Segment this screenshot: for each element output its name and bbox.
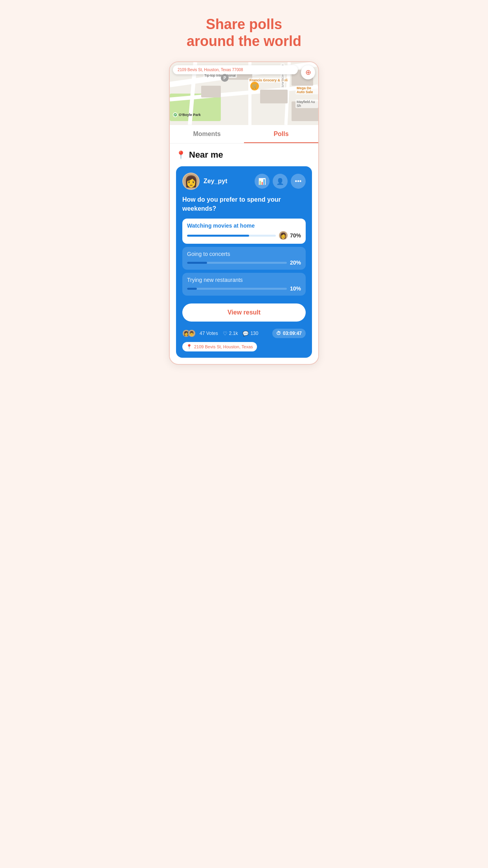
poll-voters-avatars: 👩 👨 — [182, 329, 193, 337]
poll-option-2-label: Going to concerts — [187, 251, 230, 257]
page-container: Share polls around the world — [163, 0, 325, 377]
map-section: Cool Carl's Ice Tip-top International Fr… — [170, 62, 318, 125]
comment-icon: 💬 — [242, 331, 249, 337]
view-result-button[interactable]: View result — [182, 303, 306, 322]
header-title: Share polls around the world — [163, 16, 325, 61]
poll-option-1[interactable]: Watching movies at home 👩 70% — [182, 219, 306, 244]
poll-location-text: 2109 Bevis St, Houston, Texas — [194, 344, 253, 349]
poll-voter-avatar: 👩 — [279, 231, 288, 240]
phone-frame: Cool Carl's Ice Tip-top International Fr… — [169, 61, 319, 365]
near-me-pin-icon: 📍 — [176, 150, 186, 160]
avatar: 👩 — [182, 173, 200, 190]
poll-timer: ⏱ 03:09:47 — [272, 329, 306, 338]
poll-option-1-fill — [187, 235, 249, 237]
poll-footer: 👩 👨 47 Votes ♡ 2.1k 💬 130 — [182, 329, 306, 338]
near-me-section: 📍 Near me 👩 Zey_pyt 📊 — [170, 143, 318, 358]
map-label-megade: Mega De Auto Sale — [295, 86, 318, 94]
poll-stats: 👩 👨 47 Votes ♡ 2.1k 💬 130 — [182, 329, 258, 337]
tabs-section: Moments Polls — [170, 125, 318, 143]
poll-more-button[interactable]: ••• — [291, 174, 306, 189]
poll-option-1-track — [187, 235, 276, 237]
poll-likes-stat: ♡ 2.1k — [223, 331, 238, 337]
map-target-icon: ⊕ — [305, 68, 311, 77]
poll-comments-stat: 💬 130 — [242, 331, 258, 337]
poll-option-3-percent-area: 10% — [290, 285, 301, 292]
poll-option-3-fill — [187, 288, 197, 290]
map-building-3 — [260, 90, 288, 103]
poll-header: 👩 Zey_pyt 📊 👤 ••• — [182, 173, 306, 190]
poll-card: 👩 Zey_pyt 📊 👤 ••• — [176, 166, 312, 358]
poll-option-2-percent: 20% — [290, 259, 301, 266]
poll-option-2-row: 20% — [187, 259, 301, 266]
poll-question: How do you prefer to spend your weekends… — [182, 195, 306, 213]
poll-follow-button[interactable]: 👤 — [273, 174, 288, 189]
near-me-header: 📍 Near me — [176, 150, 312, 160]
more-icon: ••• — [295, 178, 302, 185]
tab-moments[interactable]: Moments — [170, 125, 244, 143]
poll-location-tag: 📍 2109 Bevis St, Houston, Texas — [182, 342, 257, 351]
map-background: Cool Carl's Ice Tip-top International Fr… — [170, 62, 318, 125]
poll-option-1-top: Watching movies at home — [187, 223, 301, 229]
chart-icon: 📊 — [258, 178, 266, 185]
poll-option-2[interactable]: Going to concerts 20% — [182, 247, 306, 270]
poll-option-3-percent: 10% — [290, 285, 301, 292]
tab-polls[interactable]: Polls — [244, 125, 318, 143]
map-parking-icon: P — [221, 74, 229, 82]
add-person-icon: 👤 — [276, 178, 284, 185]
map-address-bar: 2109 Bevis St, Houston, Texas 77008 — [173, 65, 298, 74]
poll-actions: 📊 👤 ••• — [255, 174, 306, 189]
map-label-mayfield: Mayfield Au Sh — [295, 99, 318, 108]
poll-option-2-percent-area: 20% — [290, 259, 301, 266]
poll-votes-stat: 47 Votes — [200, 331, 218, 336]
map-park-label: P O'Boyle Park — [173, 112, 201, 117]
map-park-dot: P — [173, 112, 178, 117]
poll-option-1-percent-area: 👩 70% — [279, 231, 301, 240]
poll-option-3-track — [187, 288, 287, 290]
heart-icon: ♡ — [223, 331, 227, 337]
location-tag-icon: 📍 — [186, 344, 192, 349]
clock-icon: ⏱ — [276, 331, 281, 336]
voter-avatar-2: 👨 — [188, 329, 196, 337]
poll-option-2-fill — [187, 262, 207, 264]
poll-option-3-label: Trying new restaurants — [187, 277, 243, 283]
poll-username: Zey_pyt — [204, 178, 227, 185]
poll-option-2-top: Going to concerts — [187, 251, 301, 257]
poll-option-3-top: Trying new restaurants — [187, 277, 301, 283]
poll-option-1-percent: 70% — [290, 232, 301, 239]
header-line1: Share polls around the world — [171, 16, 317, 50]
map-grocery-icon: 🛒 — [250, 82, 259, 90]
poll-option-2-track — [187, 262, 287, 264]
header-line1-text: Share polls — [206, 16, 282, 32]
poll-user: 👩 Zey_pyt — [182, 173, 227, 190]
map-building-1 — [201, 86, 221, 97]
poll-option-1-row: 👩 70% — [187, 231, 301, 240]
poll-chart-button[interactable]: 📊 — [255, 174, 270, 189]
poll-option-3[interactable]: Trying new restaurants 10% — [182, 273, 306, 296]
near-me-title: Near me — [189, 150, 223, 160]
poll-option-3-row: 10% — [187, 285, 301, 292]
poll-option-1-label: Watching movies at home — [187, 223, 255, 229]
header-line2-text: around the world — [187, 33, 301, 49]
